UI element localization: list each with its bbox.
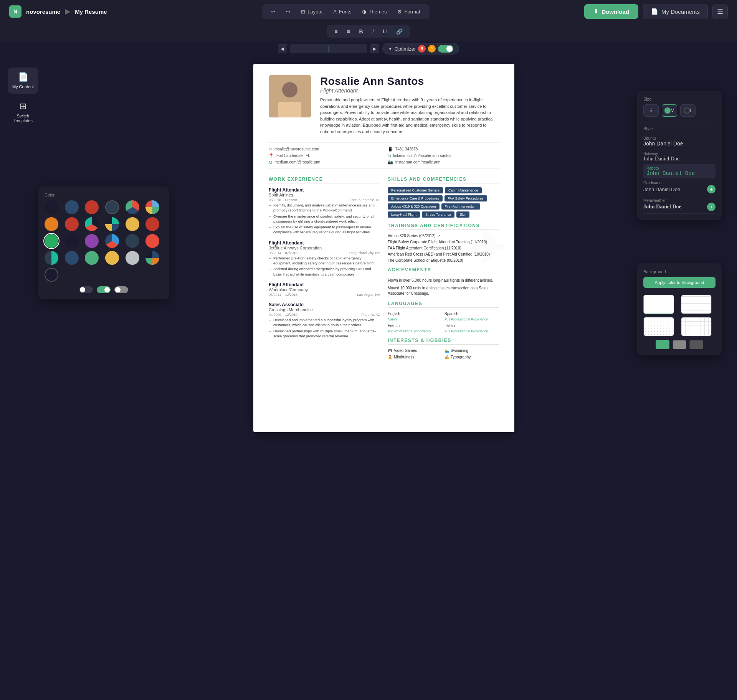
color-dot[interactable]: [145, 200, 159, 214]
job-1-role[interactable]: Flight Attendant: [269, 240, 380, 246]
color-toggle-0[interactable]: [79, 286, 93, 293]
bg-option-dots[interactable]: [643, 317, 674, 336]
ruler-right-arrow[interactable]: ▶: [370, 44, 379, 53]
sidebar-item-my-content[interactable]: 📄 My Content: [8, 68, 38, 94]
location-value: Fort Lauderdale, FL: [276, 154, 310, 158]
redo-button[interactable]: ↪: [281, 7, 295, 17]
doc-name[interactable]: My Resume: [75, 8, 107, 15]
resume-summary[interactable]: Personable and people-oriented Flight At…: [320, 97, 499, 135]
color-dot[interactable]: [65, 234, 79, 248]
panel-background: Background Apply color to Background: [637, 263, 722, 355]
font-quicksand-name: Quicksand: [643, 181, 716, 185]
size-buttons: S M L: [643, 104, 716, 117]
job-3-bullets: Developed and implemented a successful l…: [269, 317, 380, 338]
main-layout: 📄 My Content ⊞ Switch Templates ✈: [0, 56, 737, 440]
color-dot[interactable]: [65, 251, 79, 265]
sidebar-item-switch-templates[interactable]: ⊞ Switch Templates: [8, 97, 38, 127]
lang-item-3: Italian Full Professional Proficiency: [445, 324, 499, 333]
optimizer-icon: ✦: [388, 46, 392, 52]
layout-button[interactable]: ⊞ Layout: [296, 7, 327, 17]
job-0-role[interactable]: Flight Attendant: [269, 187, 380, 193]
color-dot[interactable]: [45, 268, 58, 282]
download-button[interactable]: ⬇ Download: [584, 4, 638, 19]
bg-color-btn-green[interactable]: [656, 340, 669, 349]
color-dot[interactable]: [105, 251, 119, 265]
color-dot[interactable]: [126, 200, 139, 214]
bg-color-btn-gray[interactable]: [673, 340, 686, 349]
skills-grid: Personalized Customer Service Cabin Main…: [388, 187, 499, 218]
toggle-knob: [446, 46, 453, 52]
color-dot[interactable]: [145, 217, 159, 231]
italic-button[interactable]: I: [368, 27, 378, 36]
color-dot[interactable]: [45, 234, 58, 248]
themes-button[interactable]: ◑ Themes: [357, 7, 391, 17]
color-dot[interactable]: [85, 251, 99, 265]
font-quicksand[interactable]: Quicksand John Daniel Doe +: [643, 178, 716, 196]
skill-tag: Personalized Customer Service: [388, 187, 443, 193]
color-dot[interactable]: [105, 234, 119, 248]
trainings-title: TRAININGS AND CERTIFICATIONS: [388, 223, 499, 230]
color-dot[interactable]: [85, 217, 99, 231]
ruler-left-arrow[interactable]: ◀: [278, 44, 287, 53]
link-button[interactable]: 🔗: [392, 27, 407, 36]
color-dot[interactable]: [65, 200, 79, 214]
job-2-role[interactable]: Flight Attendant: [269, 282, 380, 287]
apply-color-button[interactable]: Apply color to Background: [643, 277, 716, 288]
align-left-button[interactable]: ≡: [330, 27, 341, 36]
font-raleway[interactable]: Raleway John Daniel Doe: [643, 149, 716, 165]
resume-header: Rosalie Ann Santos Flight Attendant Pers…: [269, 75, 499, 135]
cert-text-1: Flight Safety Corporate Flight Attendant…: [388, 240, 487, 244]
skill-tag: Airbus A319 & 320 Operation: [388, 203, 440, 210]
optimizer-toggle[interactable]: [438, 45, 453, 53]
align-center-button[interactable]: ≡: [343, 27, 354, 36]
job-3-role[interactable]: Sales Associate: [269, 302, 380, 307]
resume-name[interactable]: Rosalie Ann Santos: [320, 75, 499, 88]
bg-option-white[interactable]: [643, 295, 674, 314]
color-dot[interactable]: [45, 200, 58, 214]
menu-button[interactable]: ☰: [712, 4, 728, 19]
cert-text-3: American Red Cross (AED) and First Aid C…: [388, 252, 490, 256]
color-dot[interactable]: [105, 200, 119, 214]
color-dot[interactable]: [45, 251, 58, 265]
undo-button[interactable]: ↩: [266, 7, 280, 17]
bold-button[interactable]: B: [355, 27, 367, 36]
style-panel-label: Style: [643, 126, 716, 131]
resume-job-title: Flight Attendant: [320, 88, 499, 94]
size-l-button[interactable]: L: [680, 104, 696, 117]
fonts-button[interactable]: A Fonts: [329, 7, 356, 17]
font-roboto[interactable]: Roboto John Daniel Doe: [643, 165, 716, 178]
interest-icon-2: 🧘: [388, 355, 392, 359]
color-dot[interactable]: [126, 217, 139, 231]
download-icon: ⬇: [593, 8, 598, 15]
color-dot[interactable]: [145, 234, 159, 248]
font-merriweather[interactable]: Merriweather John Daniel Doe +: [643, 196, 716, 214]
bg-option-lines[interactable]: [681, 295, 712, 314]
job-2-meta: 06/2011 – 12/2013 Las Vegas, NV: [269, 293, 380, 297]
sidebar-item-switch-templates-label: Switch Templates: [11, 114, 35, 123]
bg-option-grid[interactable]: [681, 317, 712, 336]
color-dot[interactable]: [145, 251, 159, 265]
size-s-button[interactable]: S: [643, 104, 659, 117]
color-dot[interactable]: [126, 234, 139, 248]
color-dot[interactable]: [126, 251, 139, 265]
color-dot[interactable]: [45, 217, 58, 231]
color-dot[interactable]: [85, 200, 99, 214]
optimizer-button[interactable]: ✦ Optimizer 5 1: [382, 43, 459, 54]
color-toggle-1[interactable]: [97, 286, 111, 293]
job-3-company: Crossings Merchandise: [269, 307, 380, 312]
my-documents-button[interactable]: 📄 My Documents: [643, 4, 708, 19]
underline-button[interactable]: U: [379, 27, 391, 36]
cert-link-icon-0[interactable]: ↗: [437, 234, 440, 238]
format-button[interactable]: ⚙ Format: [393, 7, 425, 17]
interest-icon-1: 🏊: [445, 348, 449, 353]
font-merriweather-add[interactable]: +: [707, 203, 716, 211]
color-dot[interactable]: [105, 217, 119, 231]
color-toggle-2[interactable]: [114, 286, 128, 293]
color-dot[interactable]: [85, 234, 99, 248]
font-ubuntu[interactable]: Ubuntu John Daniel Doe: [643, 134, 716, 149]
size-m-button[interactable]: M: [662, 104, 677, 117]
bg-color-btn-dark[interactable]: [689, 340, 703, 349]
color-dot[interactable]: [65, 217, 79, 231]
font-quicksand-add[interactable]: +: [707, 185, 716, 193]
contact-instagram: 📷 instagram.com/rosalie.ann: [388, 160, 499, 165]
